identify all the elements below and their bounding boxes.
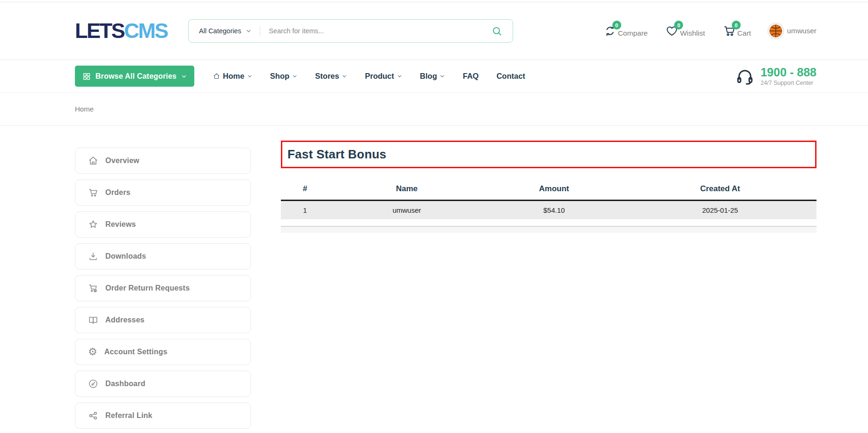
address-book-icon: [88, 315, 98, 325]
fast-start-bonus-table: # Name Amount Created At 1 umwuser $54.1…: [281, 181, 817, 233]
column-header-created-at: Created At: [624, 181, 817, 201]
sidebar-item-addresses[interactable]: Addresses: [75, 307, 251, 333]
sidebar-item-order-return-requests[interactable]: Order Return Requests: [75, 275, 251, 301]
browse-categories-label: Browse All Categories: [96, 72, 177, 81]
cell-amount: $54.10: [485, 201, 624, 220]
sidebar-item-orders[interactable]: Orders: [75, 179, 251, 206]
dashboard-icon: [88, 379, 98, 389]
cell-created-at: 2025-01-25: [624, 201, 817, 220]
cell-name: umwuser: [329, 201, 485, 220]
user-menu[interactable]: umwuser: [769, 24, 817, 38]
sidebar-item-label: Account Settings: [104, 348, 168, 356]
table-header-row: # Name Amount Created At: [281, 181, 817, 201]
column-header-index: #: [281, 181, 329, 201]
gear-icon: ⚙: [88, 347, 97, 357]
wishlist-icon: 0: [665, 24, 678, 37]
logo-text-lets: LETS: [75, 19, 124, 43]
main-navbar: Browse All Categories Home Shop Stores: [0, 60, 868, 93]
page: LETSCMS All Categories 0: [0, 0, 868, 433]
nav-links: Home Shop Stores Product Blog FAQ: [213, 72, 525, 81]
sidebar-item-downloads[interactable]: Downloads: [75, 243, 251, 269]
nav-link-label: Home: [223, 72, 244, 81]
sidebar-item-label: Reviews: [105, 220, 136, 229]
support-text: 1900 - 888 24/7 Support Center: [760, 67, 817, 86]
headset-icon: [736, 67, 754, 86]
search-icon: [492, 26, 502, 37]
category-dropdown-label: All Categories: [199, 27, 241, 35]
nav-link-label: FAQ: [463, 72, 478, 81]
sidebar-item-label: Overview: [105, 157, 140, 165]
site-header: LETSCMS All Categories 0: [0, 2, 868, 60]
nav-link-label: Stores: [315, 72, 339, 81]
share-icon: [88, 411, 98, 421]
nav-link-stores[interactable]: Stores: [315, 72, 347, 81]
browse-categories-button[interactable]: Browse All Categories: [75, 66, 194, 87]
breadcrumb: Home: [0, 93, 868, 126]
search-bar: All Categories: [188, 19, 513, 43]
column-header-amount: Amount: [485, 181, 624, 201]
search-divider: [260, 25, 260, 37]
nav-link-contact[interactable]: Contact: [496, 72, 525, 81]
wishlist-label: Wishlist: [680, 29, 705, 37]
cart-count-badge: 0: [732, 21, 741, 30]
compare-count-badge: 0: [612, 21, 621, 30]
sidebar-item-account-settings[interactable]: ⚙ Account Settings: [75, 339, 251, 365]
sidebar-item-overview[interactable]: Overview: [75, 148, 251, 174]
breadcrumb-home[interactable]: Home: [75, 105, 94, 113]
download-icon: [88, 251, 98, 261]
sidebar-item-label: Downloads: [105, 252, 146, 261]
cart-link[interactable]: 0 Cart: [723, 24, 751, 37]
table-spacer-row: [281, 219, 817, 226]
cart-icon: [88, 187, 98, 198]
sidebar-item-dashboard[interactable]: Dashboard: [75, 371, 251, 397]
cell-index: 1: [281, 201, 329, 220]
chevron-down-icon: [397, 74, 402, 79]
main-panel: Fast Start Bonus # Name Amount Created A…: [281, 141, 817, 233]
logo-text-cms: CMS: [124, 19, 168, 43]
header-actions: 0 Compare 0 Wishlist 0 Cart: [603, 24, 817, 38]
category-dropdown[interactable]: All Categories: [199, 27, 251, 35]
search-button[interactable]: [492, 26, 502, 37]
nav-link-label: Shop: [270, 72, 289, 81]
sidebar-item-referral-link[interactable]: Referral Link: [75, 403, 251, 429]
compare-link[interactable]: 0 Compare: [603, 24, 648, 37]
search-input[interactable]: [269, 27, 486, 35]
column-header-name: Name: [329, 181, 485, 201]
compare-icon: 0: [603, 24, 617, 37]
chevron-down-icon: [342, 74, 347, 79]
cart-return-icon: [88, 283, 98, 293]
nav-link-faq[interactable]: FAQ: [463, 72, 478, 81]
support-phone[interactable]: 1900 - 888: [760, 67, 817, 78]
nav-link-shop[interactable]: Shop: [270, 72, 297, 81]
chevron-down-icon: [181, 74, 187, 79]
nav-link-label: Product: [365, 72, 394, 81]
nav-link-label: Blog: [420, 72, 437, 81]
chevron-down-icon: [440, 74, 445, 79]
nav-link-home[interactable]: Home: [213, 72, 252, 81]
support-caption: 24/7 Support Center: [760, 80, 817, 86]
account-sidebar: Overview Orders Reviews Downloads: [75, 148, 251, 433]
sidebar-item-label: Addresses: [105, 316, 145, 324]
title-highlight-box: Fast Start Bonus: [281, 141, 817, 168]
sidebar-item-label: Order Return Requests: [105, 284, 190, 292]
nav-link-label: Contact: [496, 72, 525, 81]
username: umwuser: [787, 27, 817, 35]
nav-link-product[interactable]: Product: [365, 72, 402, 81]
grid-icon: [82, 72, 91, 81]
sidebar-item-reviews[interactable]: Reviews: [75, 211, 251, 238]
star-icon: [88, 219, 98, 230]
home-icon: [213, 73, 220, 80]
wishlist-link[interactable]: 0 Wishlist: [665, 24, 705, 37]
nav-link-blog[interactable]: Blog: [420, 72, 445, 81]
support-center: 1900 - 888 24/7 Support Center: [736, 67, 817, 86]
cart-icon: 0: [723, 24, 736, 37]
sidebar-item-label: Referral Link: [105, 411, 152, 420]
home-icon: [88, 156, 98, 166]
site-logo[interactable]: LETSCMS: [75, 19, 188, 43]
compare-label: Compare: [618, 29, 648, 37]
content-area: Overview Orders Reviews Downloads: [0, 126, 868, 433]
page-title: Fast Start Bonus: [287, 147, 386, 162]
chevron-down-icon: [292, 74, 297, 79]
table-footer-strip: [281, 226, 817, 233]
chevron-down-icon: [247, 74, 252, 79]
